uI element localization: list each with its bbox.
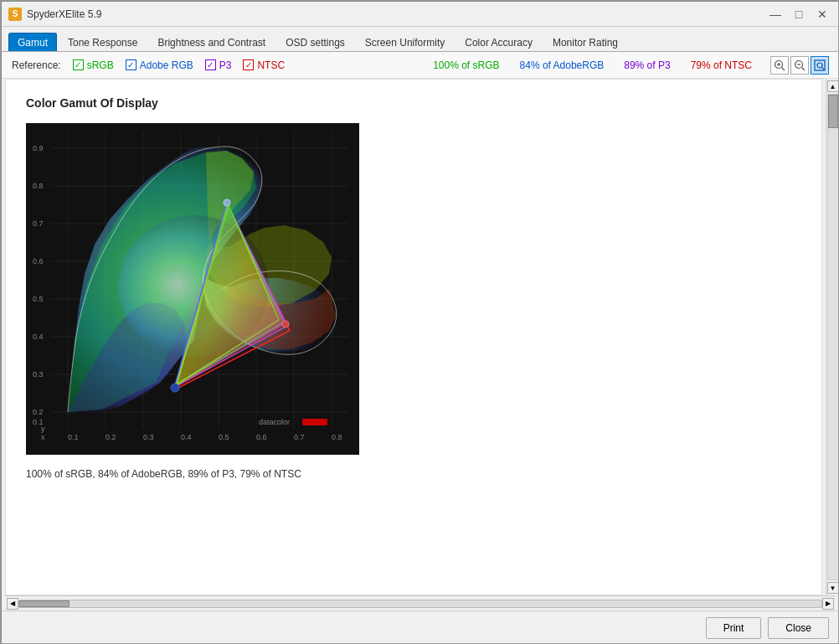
zoom-in-button[interactable] — [770, 56, 789, 75]
app-title: SpyderXElite 5.9 — [27, 8, 101, 20]
reference-bar: Reference: ✓ sRGB ✓ Adobe RGB ✓ P3 ✓ NTS… — [2, 52, 839, 79]
ntsc-label: NTSC — [257, 59, 285, 71]
svg-text:0.8: 0.8 — [332, 433, 342, 441]
adobe-rgb-label: Adobe RGB — [140, 59, 193, 71]
svg-line-5 — [802, 67, 806, 70]
svg-text:0.3: 0.3 — [143, 433, 154, 441]
scroll-down-button[interactable]: ▼ — [827, 582, 839, 594]
zoom-out-button[interactable] — [790, 56, 809, 75]
svg-text:0.8: 0.8 — [33, 182, 44, 190]
svg-text:0.7: 0.7 — [33, 219, 44, 228]
tab-screen-uniformity[interactable]: Screen Uniformity — [356, 33, 454, 51]
scroll-thumb[interactable] — [828, 95, 838, 128]
ref-srgb[interactable]: ✓ sRGB — [73, 59, 114, 71]
tab-bar: Gamut Tone Response Brightness and Contr… — [2, 27, 839, 52]
stat-p3: 89% of P3 — [624, 59, 670, 71]
tab-monitor-rating[interactable]: Monitor Rating — [543, 33, 627, 51]
minimize-button[interactable]: — — [765, 4, 785, 24]
stat-ntsc: 79% of NTSC — [691, 59, 752, 71]
svg-text:0.5: 0.5 — [33, 295, 44, 303]
svg-point-54 — [171, 384, 179, 392]
svg-text:x: x — [41, 433, 45, 441]
h-scroll-track — [18, 600, 822, 608]
svg-text:0.1: 0.1 — [33, 418, 44, 426]
svg-text:0.2: 0.2 — [106, 433, 116, 441]
tab-tone-response[interactable]: Tone Response — [59, 33, 147, 51]
h-scroll-thumb[interactable] — [19, 600, 69, 607]
vertical-scrollbar[interactable]: ▲ ▼ — [826, 79, 839, 595]
p3-label: P3 — [219, 59, 232, 71]
scroll-right-button[interactable]: ▶ — [822, 598, 834, 610]
svg-text:0.5: 0.5 — [219, 433, 229, 441]
adobe-rgb-checkbox[interactable]: ✓ — [126, 59, 136, 70]
tab-osd-settings[interactable]: OSD settings — [276, 33, 354, 51]
svg-text:0.3: 0.3 — [33, 370, 44, 379]
app-icon: S — [8, 8, 22, 21]
svg-text:0.9: 0.9 — [33, 144, 44, 152]
svg-text:0.6: 0.6 — [256, 433, 267, 441]
svg-text:datacolor: datacolor — [259, 418, 290, 426]
gamut-chart: 0.1 0.2 0.3 0.4 0.5 0.6 0.7 0.8 x y — [26, 123, 359, 455]
svg-text:0.2: 0.2 — [33, 408, 44, 416]
svg-text:0.1: 0.1 — [68, 433, 79, 441]
svg-text:0.7: 0.7 — [294, 433, 305, 441]
srgb-checkbox[interactable]: ✓ — [73, 59, 84, 70]
horizontal-scrollbar[interactable]: ◀ ▶ — [5, 595, 836, 611]
print-button[interactable]: Print — [706, 617, 762, 639]
svg-line-9 — [821, 67, 824, 70]
svg-text:0.6: 0.6 — [33, 257, 44, 265]
p3-checkbox[interactable]: ✓ — [205, 59, 216, 70]
stat-srgb: 100% of sRGB — [433, 59, 499, 71]
ntsc-checkbox[interactable]: ✓ — [243, 59, 254, 70]
scroll-track — [827, 94, 839, 580]
stat-adobe-rgb: 84% of AdobeRGB — [520, 59, 605, 71]
ref-p3[interactable]: ✓ P3 — [205, 59, 232, 71]
tab-brightness-contrast[interactable]: Brightness and Contrast — [148, 33, 275, 51]
svg-point-53 — [282, 321, 289, 327]
ref-stats: 100% of sRGB 84% of AdobeRGB 89% of P3 7… — [433, 59, 752, 71]
svg-text:0.4: 0.4 — [181, 433, 192, 441]
reference-label: Reference: — [12, 59, 61, 71]
svg-point-8 — [817, 63, 822, 68]
gamut-chart-container: 0.1 0.2 0.3 0.4 0.5 0.6 0.7 0.8 x y — [26, 123, 359, 455]
tab-color-accuracy[interactable]: Color Accuracy — [456, 33, 542, 51]
footer: Print Close — [2, 611, 839, 644]
srgb-label: sRGB — [87, 59, 114, 71]
content-scroll[interactable]: Color Gamut Of Display — [6, 80, 821, 595]
ref-ntsc[interactable]: ✓ NTSC — [243, 59, 285, 71]
close-button[interactable]: Close — [768, 617, 829, 639]
section-title: Color Gamut Of Display — [26, 96, 801, 110]
maximize-button[interactable]: □ — [789, 4, 809, 24]
svg-rect-56 — [302, 419, 327, 425]
fit-button[interactable] — [811, 56, 829, 75]
result-text: 100% of sRGB, 84% of AdobeRGB, 89% of P3… — [26, 468, 801, 480]
svg-point-52 — [224, 199, 230, 206]
scroll-left-button[interactable]: ◀ — [7, 598, 18, 610]
close-window-button[interactable]: ✕ — [812, 4, 832, 24]
svg-line-1 — [782, 67, 785, 70]
tab-gamut[interactable]: Gamut — [8, 33, 57, 51]
ref-adobe-rgb[interactable]: ✓ Adobe RGB — [126, 59, 193, 71]
scroll-up-button[interactable]: ▲ — [827, 80, 839, 92]
svg-text:0.4: 0.4 — [33, 332, 44, 341]
